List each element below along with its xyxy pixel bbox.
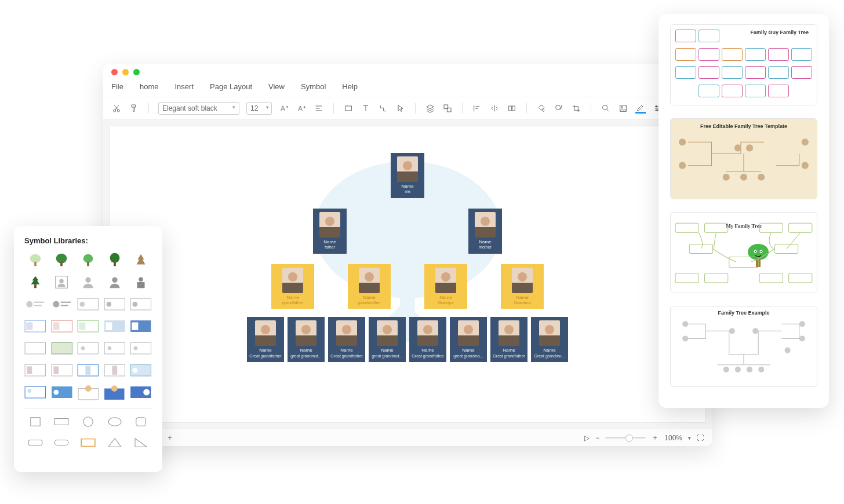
template-thumbnail[interactable]: Family Tree Example <box>670 306 817 387</box>
template-thumbnail[interactable]: Free Editable Family Tree Template <box>670 118 817 199</box>
zoom-out-icon[interactable]: − <box>595 434 599 442</box>
font-decrease-icon[interactable] <box>296 103 307 114</box>
symbol-card-icon[interactable] <box>104 362 126 378</box>
symbol-person-icon[interactable] <box>51 274 73 290</box>
menu-symbol[interactable]: Symbol <box>301 82 326 91</box>
symbol-card-icon[interactable] <box>24 362 46 378</box>
shape-square-icon[interactable] <box>24 415 46 429</box>
menu-page-layout[interactable]: Page Layout <box>210 82 252 91</box>
template-thumbnail[interactable]: My Family Tree <box>670 212 817 293</box>
symbol-person-icon[interactable] <box>77 274 99 290</box>
tree-node-father[interactable]: Namefather <box>313 209 347 254</box>
symbol-pine-icon[interactable] <box>24 274 46 290</box>
tree-node-grandparent[interactable]: Namegrandmother <box>348 264 391 309</box>
symbol-card-icon[interactable] <box>77 318 99 334</box>
pointer-icon[interactable] <box>395 103 406 114</box>
cut-icon[interactable] <box>111 103 122 114</box>
menu-help[interactable]: Help <box>342 82 358 91</box>
symbol-card-icon[interactable] <box>104 296 126 312</box>
minimize-icon[interactable] <box>122 69 129 75</box>
symbol-card-icon[interactable] <box>24 384 46 400</box>
symbol-card-icon[interactable] <box>51 362 73 378</box>
shape-rounded-rect-icon[interactable] <box>24 436 46 450</box>
symbol-tree-icon[interactable] <box>24 252 46 268</box>
tree-node-great-grandparent[interactable]: NameGreat grandmo... <box>531 317 568 362</box>
shape-pill-icon[interactable] <box>51 436 73 450</box>
symbol-card-icon[interactable] <box>104 384 126 400</box>
symbol-person-icon[interactable] <box>104 274 126 290</box>
symbol-card-icon[interactable] <box>104 340 126 356</box>
symbol-card-icon[interactable] <box>77 362 99 378</box>
group-icon[interactable] <box>442 103 453 114</box>
symbol-card-icon[interactable] <box>77 384 99 400</box>
shape-triangle-icon[interactable] <box>104 436 126 450</box>
tree-node-great-grandparent[interactable]: NameGreat grandfather <box>328 317 365 362</box>
canvas[interactable]: Nameme Namefather Namemother Namegrandfa… <box>103 120 712 429</box>
symbol-card-icon[interactable] <box>130 362 152 378</box>
flip-horizontal-icon[interactable] <box>489 103 500 114</box>
font-size-select[interactable]: 12 <box>246 102 272 115</box>
fill-color-icon[interactable] <box>536 103 547 114</box>
zoom-in-icon[interactable]: ＋ <box>652 433 659 443</box>
symbol-card-icon[interactable] <box>51 384 73 400</box>
symbol-tree-icon[interactable] <box>130 252 152 268</box>
template-thumbnail[interactable]: Family Guy Family Tree <box>670 24 817 105</box>
same-size-icon[interactable] <box>507 103 517 114</box>
symbol-card-icon[interactable] <box>77 340 99 356</box>
symbol-card-icon[interactable] <box>130 340 152 356</box>
play-icon[interactable]: ▷ <box>584 434 590 442</box>
search-icon[interactable] <box>601 103 611 114</box>
fullscreen-icon[interactable]: ⛶ <box>697 434 704 442</box>
shape-rectangle-icon[interactable] <box>51 415 73 429</box>
symbol-tree-icon[interactable] <box>77 252 99 268</box>
tree-node-great-grandparent[interactable]: NameGreat grandfather <box>490 317 528 362</box>
crop-icon[interactable] <box>571 103 581 114</box>
menu-home[interactable]: home <box>140 82 159 91</box>
symbol-card-icon[interactable] <box>51 318 73 334</box>
shape-circle-icon[interactable] <box>77 415 99 429</box>
add-page-icon[interactable]: ＋ <box>166 433 173 443</box>
text-icon[interactable] <box>361 103 371 114</box>
tree-node-great-grandparent[interactable]: Namegreat grandmo... <box>450 317 487 362</box>
tree-node-great-grandparent[interactable]: NameGreat grandfather <box>247 317 284 362</box>
symbol-card-icon[interactable] <box>130 318 152 334</box>
shape-container-icon[interactable] <box>77 436 99 450</box>
shape-rounded-square-icon[interactable] <box>130 415 152 429</box>
maximize-icon[interactable] <box>133 69 140 75</box>
align-left-icon[interactable] <box>472 103 482 114</box>
align-icon[interactable] <box>314 103 324 114</box>
page[interactable]: Nameme Namefather Namemother Namegrandfa… <box>109 126 706 423</box>
zoom-slider[interactable] <box>605 437 646 439</box>
image-icon[interactable] <box>618 103 628 114</box>
zoom-value[interactable]: 100% <box>664 434 682 442</box>
symbol-card-icon[interactable] <box>51 340 73 356</box>
tree-node-grandparent[interactable]: Namegrandfather <box>271 264 314 309</box>
symbol-tree-icon[interactable] <box>104 252 126 268</box>
symbol-card-icon[interactable] <box>130 296 152 312</box>
shape-ellipse-icon[interactable] <box>104 415 126 429</box>
symbol-card-icon[interactable] <box>77 296 99 312</box>
shape-triangle-right-icon[interactable] <box>130 436 152 450</box>
tree-node-great-grandparent[interactable]: Namegreat grandmot... <box>288 317 325 362</box>
font-select[interactable]: Elegant soft black <box>158 102 239 115</box>
menu-insert[interactable]: Insert <box>174 82 194 91</box>
shadow-icon[interactable] <box>554 103 564 114</box>
menu-file[interactable]: File <box>111 82 123 91</box>
tree-node-great-grandparent[interactable]: Namegreat grandmot... <box>369 317 406 362</box>
chevron-down-icon[interactable]: ▾ <box>688 435 691 441</box>
symbol-card-icon[interactable] <box>24 296 46 312</box>
tree-node-me[interactable]: Nameme <box>391 153 424 198</box>
tree-node-grandparent[interactable]: NameGrandma <box>501 264 544 309</box>
layers-icon[interactable] <box>425 103 435 114</box>
symbol-person-icon[interactable] <box>130 274 152 290</box>
pen-color-icon[interactable] <box>635 103 646 114</box>
menu-view[interactable]: View <box>268 82 285 91</box>
tree-node-grandparent[interactable]: NameGrandpa <box>424 264 467 309</box>
symbol-card-icon[interactable] <box>130 384 152 400</box>
symbol-card-icon[interactable] <box>51 296 73 312</box>
symbol-card-icon[interactable] <box>24 318 46 334</box>
connector-icon[interactable] <box>378 103 388 114</box>
tree-node-great-grandparent[interactable]: NameGreat grandfather <box>409 317 446 362</box>
rectangle-icon[interactable] <box>343 103 354 114</box>
symbol-tree-icon[interactable] <box>51 252 73 268</box>
